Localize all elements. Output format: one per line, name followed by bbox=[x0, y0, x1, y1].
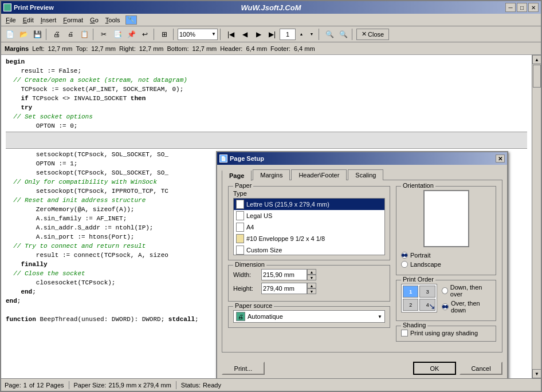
right-panel: Orientation Portrait bbox=[396, 186, 496, 346]
dialog-body: Paper Type Lettre US (215,9 x 279,4 mm) bbox=[228, 186, 496, 346]
status-sep1 bbox=[69, 381, 69, 389]
ok-button[interactable]: OK bbox=[413, 362, 456, 375]
print-order-label: Print Order bbox=[401, 276, 435, 283]
zoom-selector[interactable]: 100% ▼ bbox=[178, 29, 218, 40]
order-radio-group: Down, then over Over, then down bbox=[442, 284, 491, 316]
tb-nav-next[interactable]: ▶ bbox=[252, 28, 265, 41]
cancel-button[interactable]: Cancel bbox=[459, 362, 502, 375]
tb-sep7 bbox=[352, 29, 354, 40]
tb-nav-prev[interactable]: ◀ bbox=[238, 28, 251, 41]
source-select-arrow: ▼ bbox=[378, 314, 382, 319]
portrait-radio-row[interactable]: Portrait bbox=[401, 252, 491, 259]
header-margin-label: Header: bbox=[220, 45, 242, 52]
height-spin-down[interactable]: ▼ bbox=[307, 288, 316, 294]
tb-zoom-out[interactable]: 🔍 bbox=[337, 28, 349, 41]
top-margin-value: 12,7 mm bbox=[91, 45, 116, 52]
paper-item-a4[interactable]: A4 bbox=[234, 221, 384, 233]
landscape-radio-row[interactable]: Landscape bbox=[401, 261, 491, 268]
tb-print2[interactable]: 🖨 bbox=[64, 28, 77, 41]
pages-label: Pages bbox=[46, 382, 64, 389]
tb-cut[interactable]: ✂ bbox=[97, 28, 110, 41]
portrait-radio[interactable] bbox=[401, 252, 408, 259]
menu-edit[interactable]: Edit bbox=[19, 15, 37, 25]
dialog-close-button[interactable]: ✕ bbox=[496, 155, 505, 163]
tb-page-spin-up[interactable]: ▲ bbox=[297, 31, 306, 37]
paper-type-icon bbox=[236, 246, 244, 255]
envelope-icon bbox=[236, 234, 244, 243]
paper-type-icon bbox=[236, 223, 244, 232]
total-pages-number: 12 bbox=[37, 382, 44, 389]
minimize-button[interactable]: ─ bbox=[505, 3, 516, 12]
tb-print[interactable]: 🖨 bbox=[50, 28, 63, 41]
paper-item-custom[interactable]: Custom Size bbox=[234, 244, 384, 255]
dialog-overlay: 📄 Page Setup ✕ Page Margins Header\Foote… bbox=[1, 55, 541, 378]
orientation-group: Orientation Portrait bbox=[396, 186, 496, 275]
tb-open[interactable]: 📂 bbox=[17, 28, 30, 41]
order-cell-1: 1 bbox=[403, 286, 418, 298]
height-input[interactable] bbox=[261, 283, 307, 294]
down-then-over-radio-row[interactable]: Down, then over bbox=[442, 284, 491, 298]
tab-header-footer[interactable]: Header\Footer bbox=[291, 169, 347, 180]
menu-insert[interactable]: Insert bbox=[37, 15, 60, 25]
width-input[interactable] bbox=[261, 269, 307, 280]
tab-page[interactable]: Page bbox=[222, 170, 252, 181]
tb-page[interactable]: 📋 bbox=[78, 28, 91, 41]
landscape-radio[interactable] bbox=[401, 261, 408, 268]
paper-source-select[interactable]: 🖨 Automatique ▼ bbox=[233, 310, 385, 323]
dialog-footer: Print... OK Cancel bbox=[217, 357, 507, 378]
tab-scaling[interactable]: Scaling bbox=[348, 169, 383, 180]
app-icon bbox=[3, 3, 11, 11]
height-spin: ▲ ▼ bbox=[261, 283, 316, 294]
paper-type-list[interactable]: Lettre US (215,9 x 279,4 mm) Legal US bbox=[233, 198, 385, 255]
page-setup-dialog: 📄 Page Setup ✕ Page Margins Header\Foote… bbox=[216, 151, 508, 378]
print-button[interactable]: Print... bbox=[222, 362, 265, 375]
print-order-group: Print Order 1 3 2 4 bbox=[396, 280, 496, 321]
maximize-button[interactable]: □ bbox=[517, 3, 527, 12]
current-page-number: 1 bbox=[23, 382, 27, 389]
down-then-over-radio[interactable] bbox=[442, 287, 448, 294]
width-spin-down[interactable]: ▼ bbox=[307, 275, 316, 280]
tb-nav-start[interactable]: |◀ bbox=[225, 28, 237, 41]
over-then-down-radio[interactable] bbox=[442, 303, 449, 310]
menu-go[interactable]: Go bbox=[87, 15, 102, 25]
menu-file[interactable]: File bbox=[2, 15, 19, 25]
tb-paste[interactable]: 📌 bbox=[125, 28, 138, 41]
window-close-button[interactable]: ✕ bbox=[528, 3, 539, 12]
width-row: Width: ▲ ▼ bbox=[233, 269, 385, 280]
paper-group: Paper Type Lettre US (215,9 x 279,4 mm) bbox=[228, 186, 390, 260]
dialog-title: 📄 Page Setup bbox=[219, 155, 264, 163]
gray-shading-checkbox[interactable] bbox=[401, 330, 408, 336]
menu-format[interactable]: Format bbox=[60, 15, 87, 25]
width-spin-up[interactable]: ▲ bbox=[307, 269, 316, 275]
gray-shading-row[interactable]: Print using gray shading bbox=[401, 330, 491, 336]
height-spin-up[interactable]: ▲ bbox=[307, 283, 316, 288]
margins-bar: Margins Left: 12,7 mm Top: 12,7 mm Right… bbox=[1, 42, 541, 55]
paper-type-icon bbox=[236, 200, 244, 209]
top-margin-label: Top: bbox=[76, 45, 88, 52]
paper-item-legal[interactable]: Legal US bbox=[234, 210, 384, 221]
of-label: of bbox=[29, 382, 34, 389]
menu-tools[interactable]: Tools bbox=[102, 15, 124, 25]
left-margin-label: Left: bbox=[32, 45, 44, 52]
height-label: Height: bbox=[233, 285, 259, 292]
tb-new[interactable]: 📄 bbox=[3, 28, 16, 41]
paper-item-lettre[interactable]: Lettre US (215,9 x 279,4 mm) bbox=[234, 199, 384, 210]
tab-margins[interactable]: Margins bbox=[253, 169, 290, 180]
dimension-label: Dimension bbox=[233, 261, 266, 268]
shading-label: Shading bbox=[401, 322, 427, 328]
page-number-input[interactable] bbox=[280, 29, 296, 40]
tb-undo[interactable]: ↩ bbox=[139, 28, 151, 41]
tb-page-spin-down[interactable]: ▼ bbox=[307, 31, 316, 37]
tb-nav-end[interactable]: ▶| bbox=[266, 28, 278, 41]
tb-copy[interactable]: 📑 bbox=[111, 28, 124, 41]
tb-layout[interactable]: ⊞ bbox=[158, 28, 171, 41]
dimension-group: Dimension Width: ▲ ▼ bbox=[228, 265, 390, 302]
title-bar-left: Print Preview bbox=[3, 3, 54, 11]
tb-save[interactable]: 💾 bbox=[31, 28, 44, 41]
close-preview-button[interactable]: ✕ Close bbox=[356, 29, 389, 40]
over-then-down-radio-row[interactable]: Over, then down bbox=[442, 300, 491, 314]
menu-bar: File Edit Insert Format Go Tools 🔧 bbox=[1, 14, 541, 26]
tb-zoom-in[interactable]: 🔍 bbox=[323, 28, 336, 41]
paper-item-envelope[interactable]: #10 Enveloppe 9 1/2 x 4 1/8 bbox=[234, 233, 384, 244]
type-label: Type bbox=[233, 190, 385, 197]
